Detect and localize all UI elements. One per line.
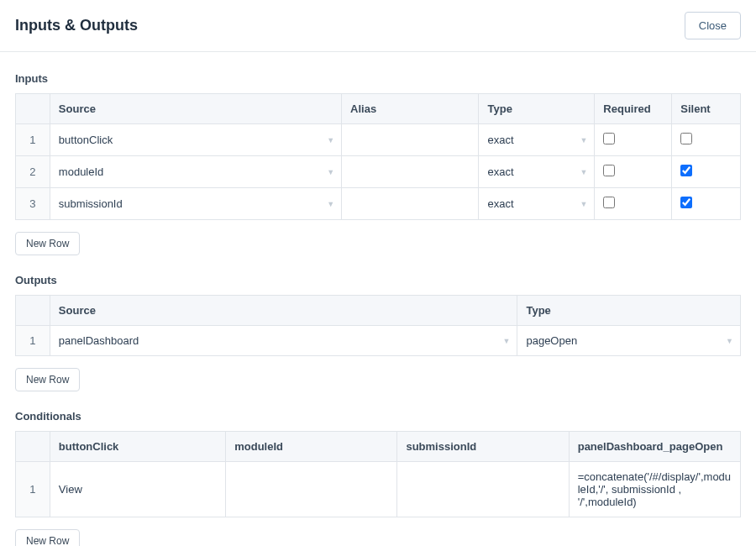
chevron-down-icon: ▼ [327,200,334,208]
row-number: 1 [16,326,50,356]
chevron-down-icon: ▼ [580,168,587,176]
panel-cell[interactable]: =concatenate('/#/display/',moduleId,'/',… [569,462,740,517]
required-cell [595,188,672,220]
new-row-button-outputs[interactable]: New Row [15,368,80,391]
new-row-button-conditionals[interactable]: New Row [15,529,80,546]
inputs-table: Source Alias Type Required Silent 1 butt… [15,93,741,220]
col-type: Type [479,94,595,124]
col-buttonclick: buttonClick [50,432,225,462]
type-cell[interactable]: exact▼ [479,124,595,156]
chevron-down-icon: ▼ [503,337,511,345]
outputs-section-label: Outputs [15,274,741,286]
new-row-button-inputs[interactable]: New Row [15,232,80,255]
silent-cell [672,124,741,156]
col-submissionid: submissionId [397,432,569,462]
col-alias: Alias [342,94,479,124]
table-row: 2 moduleId▼ exact▼ [16,156,741,188]
alias-cell[interactable] [342,188,479,220]
col-rownum [16,94,50,124]
page-title: Inputs & Outputs [15,17,138,34]
buttonclick-cell[interactable]: View [50,462,225,517]
page-header: Inputs & Outputs Close [0,0,756,52]
chevron-down-icon: ▼ [580,136,587,144]
chevron-down-icon: ▼ [726,337,733,345]
source-cell[interactable]: submissionId▼ [50,188,341,220]
type-cell[interactable]: exact▼ [479,156,595,188]
type-cell[interactable]: pageOpen▼ [517,326,741,356]
col-required: Required [595,94,672,124]
table-row: 1 buttonClick▼ exact▼ [16,124,741,156]
silent-checkbox[interactable] [680,197,692,208]
source-cell[interactable]: buttonClick▼ [50,124,341,156]
row-number: 1 [16,462,50,517]
col-moduleid: moduleId [226,432,397,462]
required-checkbox[interactable] [603,197,615,208]
silent-checkbox[interactable] [680,165,692,176]
table-row: 1 panelDashboard▼ pageOpen▼ [16,326,741,356]
col-panel: panelDashboard_pageOpen [569,432,740,462]
outputs-table: Source Type 1 panelDashboard▼ pageOpen▼ [15,295,741,356]
row-number: 1 [16,124,50,156]
col-type: Type [517,296,741,326]
required-checkbox[interactable] [603,133,615,144]
silent-cell [672,156,741,188]
submissionid-cell[interactable] [397,462,569,517]
alias-cell[interactable] [342,124,479,156]
required-cell [595,156,672,188]
silent-checkbox[interactable] [680,133,692,144]
moduleid-cell[interactable] [226,462,397,517]
inputs-section-label: Inputs [15,72,741,85]
source-cell[interactable]: moduleId▼ [50,156,341,188]
type-cell[interactable]: exact▼ [479,188,595,220]
close-button[interactable]: Close [685,12,741,39]
table-row: 3 submissionId▼ exact▼ [16,188,741,220]
chevron-down-icon: ▼ [327,168,334,176]
col-source: Source [50,296,517,326]
col-source: Source [50,94,341,124]
row-number: 2 [16,156,50,188]
row-number: 3 [16,188,50,220]
table-row: 1 View =concatenate('/#/display/',module… [16,462,741,517]
col-rownum [16,432,50,462]
col-silent: Silent [672,94,741,124]
source-cell[interactable]: panelDashboard▼ [50,326,517,356]
alias-cell[interactable] [342,156,479,188]
chevron-down-icon: ▼ [327,136,334,144]
conditionals-section-label: Conditionals [15,410,741,423]
chevron-down-icon: ▼ [580,200,587,208]
silent-cell [672,188,741,220]
required-checkbox[interactable] [603,165,615,176]
conditionals-table: buttonClick moduleId submissionId panelD… [15,431,741,517]
col-rownum [16,296,50,326]
required-cell [595,124,672,156]
